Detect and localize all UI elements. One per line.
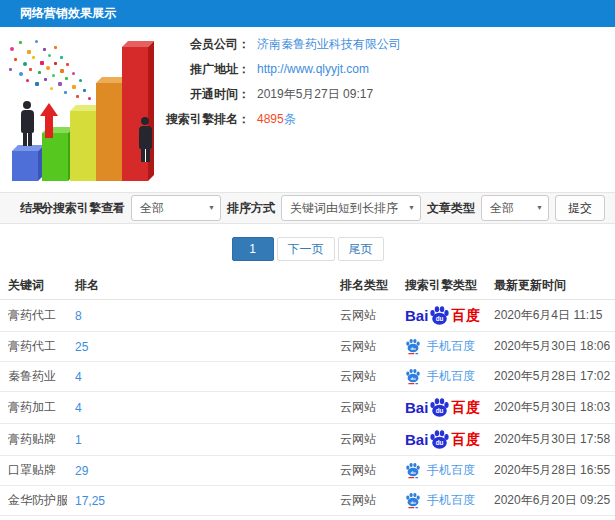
open-time-row: 开通时间： 2019年5月27日 09:17 (158, 87, 401, 101)
table-header-row: 关键词 排名 排名类型 搜索引擎类型 最新更新时间 (0, 272, 615, 300)
keyword-cell: 膏药贴牌 (0, 424, 67, 456)
ranking-count-row: 搜索引擎排名： 4895条 (158, 112, 401, 126)
rank-cell: 1 (67, 424, 332, 456)
baidu-mobile-logo: du 手机百度 (405, 338, 475, 355)
engine-filter-select[interactable]: 全部 ▼ (131, 195, 221, 221)
baidu-pc-logo: Bai du 百度 (405, 306, 481, 325)
sort-filter-value: 关键词由短到长排序 (290, 200, 398, 217)
baidu-pc-logo: Bai du 百度 (405, 398, 481, 417)
rank-type-cell: 云网站 (332, 486, 397, 516)
rank-link[interactable]: 1 (75, 433, 82, 447)
baidu-mobile-logo: du 手机百度 (405, 492, 475, 509)
svg-text:du: du (436, 439, 444, 446)
table-row: 金华防护服 17,25 云网站 du 手机百度 2020年6月20日 09:25 (0, 486, 615, 516)
rank-cell: 8 (67, 300, 332, 332)
member-info-section: 会员公司： 济南秦鲁药业科技有限公司 推广地址： http://www.qlyy… (0, 27, 615, 192)
rank-link[interactable]: 29 (75, 464, 88, 478)
updated-cell: 2020年6月20日 09:25 (486, 486, 615, 516)
rank-link[interactable]: 4 (75, 401, 82, 415)
updated-cell: 2020年5月30日 18:06 (486, 332, 615, 362)
baidu-cn-text: 百度 (451, 399, 481, 417)
rank-cell: 10 (67, 516, 332, 520)
filter-controls: 分搜索引擎查看 全部 ▼ 排序方式 关键词由短到长排序 ▼ 文章类型 全部 ▼ … (41, 195, 605, 221)
baidu-bai-text: Bai (405, 307, 428, 324)
svg-text:du: du (436, 407, 444, 414)
baidu-cn-text: 百度 (451, 307, 481, 325)
rank-link[interactable]: 8 (75, 309, 82, 323)
page-title: 网络营销效果展示 (0, 0, 615, 27)
engine-filter-label: 分搜索引擎查看 (41, 200, 125, 217)
baidu-mobile-label: 手机百度 (427, 338, 475, 355)
baidu-bai-text: Bai (405, 431, 428, 448)
rank-type-cell: 云网站 (332, 456, 397, 486)
results-table-section: 关键词 排名 排名类型 搜索引擎类型 最新更新时间 膏药代工 8 云网站 Bai… (0, 272, 615, 520)
rank-link[interactable]: 25 (75, 340, 88, 354)
baidu-mobile-logo: du 手机百度 (405, 368, 475, 385)
rank-link[interactable]: 4 (75, 370, 82, 384)
last-page-button[interactable]: 尾页 (338, 237, 384, 261)
rank-cell: 25 (67, 332, 332, 362)
svg-text:du: du (436, 315, 444, 322)
next-page-button[interactable]: 下一页 (277, 237, 335, 261)
chevron-down-icon: ▼ (208, 204, 215, 211)
member-company-row: 会员公司： 济南秦鲁药业科技有限公司 (158, 37, 401, 51)
updated-cell: 2020年5月30日 18:03 (486, 392, 615, 424)
updated-cell: 2020年6月4日 11:15 (486, 300, 615, 332)
rank-header: 排名 (67, 272, 332, 300)
svg-text:du: du (410, 499, 416, 504)
member-company-link[interactable]: 济南秦鲁药业科技有限公司 (257, 36, 401, 53)
table-row: 口罩贴牌 29 云网站 du 手机百度 2020年5月28日 16:55 (0, 456, 615, 486)
rank-type-cell: 云网站 (332, 392, 397, 424)
engine-cell: du 手机百度 (397, 516, 486, 520)
article-type-select[interactable]: 全部 ▼ (481, 195, 549, 221)
pagination: 1 下一页 尾页 (0, 237, 615, 261)
chart-bar-3 (70, 111, 96, 181)
keyword-cell: 膏药代工 (0, 332, 67, 362)
article-type-value: 全部 (490, 200, 514, 217)
sort-filter-select[interactable]: 关键词由短到长排序 ▼ (281, 195, 421, 221)
engine-cell: Bai du 百度 (397, 392, 486, 424)
updated-header: 最新更新时间 (486, 272, 615, 300)
submit-button[interactable]: 提交 (555, 195, 605, 221)
baidu-paw-icon: du (429, 430, 450, 449)
rank-cell: 4 (67, 362, 332, 392)
rank-cell: 17,25 (67, 486, 332, 516)
table-row: 膏药加工 4 云网站 Bai du 百度 2020年5月30日 18:03 (0, 392, 615, 424)
rank-type-cell: 云网站 (332, 362, 397, 392)
growth-arrow-icon (40, 103, 58, 138)
page-button-1[interactable]: 1 (232, 237, 274, 261)
updated-cell: 2020年5月30日 17:58 (486, 424, 615, 456)
promo-url-row: 推广地址： http://www.qlyyjt.com (158, 62, 401, 76)
title-bar: 网络营销效果展示 (0, 0, 615, 27)
keyword-cell: 口罩贴牌 (0, 456, 67, 486)
sort-filter-label: 排序方式 (227, 200, 275, 217)
baidu-paw-icon: du (429, 398, 450, 417)
table-row: 膏药贴牌 1 云网站 Bai du 百度 2020年5月30日 17:58 (0, 424, 615, 456)
rank-link[interactable]: 17,25 (75, 494, 105, 508)
svg-text:du: du (410, 345, 416, 350)
chart-bar-1 (12, 151, 38, 181)
baidu-pc-logo: Bai du 百度 (405, 430, 481, 449)
member-fields: 会员公司： 济南秦鲁药业科技有限公司 推广地址： http://www.qlyy… (158, 37, 401, 137)
engine-cell: du 手机百度 (397, 332, 486, 362)
baidu-bai-text: Bai (405, 399, 428, 416)
keyword-header: 关键词 (0, 272, 67, 300)
engine-cell: du 手机百度 (397, 362, 486, 392)
promo-url-link[interactable]: http://www.qlyyjt.com (257, 62, 369, 76)
open-time-value: 2019年5月27日 09:17 (257, 86, 373, 103)
businessman-figure-right (137, 117, 153, 162)
chart-bar-2 (42, 133, 68, 181)
engine-cell: du 手机百度 (397, 456, 486, 486)
keyword-cell: 膏药代工 (0, 300, 67, 332)
filter-bar: 结果: 分搜索引擎查看 全部 ▼ 排序方式 关键词由短到长排序 ▼ 文章类型 全… (0, 192, 615, 224)
engine-type-header: 搜索引擎类型 (397, 272, 486, 300)
member-company-label: 会员公司： (158, 36, 250, 53)
table-row: 秦鲁药业 4 云网站 du 手机百度 2020年5月28日 17:02 (0, 362, 615, 392)
rank-type-cell: 云网站 (332, 300, 397, 332)
ranking-count-label: 搜索引擎排名： (158, 111, 250, 128)
baidu-mobile-logo: du 手机百度 (405, 462, 475, 479)
businessman-figure-left (19, 101, 35, 146)
table-row: 福建防护服 10 云网站 du 手机百度 2020年6月4日 11:10 (0, 516, 615, 520)
baidu-paw-icon: du (405, 493, 421, 509)
baidu-mobile-label: 手机百度 (427, 462, 475, 479)
